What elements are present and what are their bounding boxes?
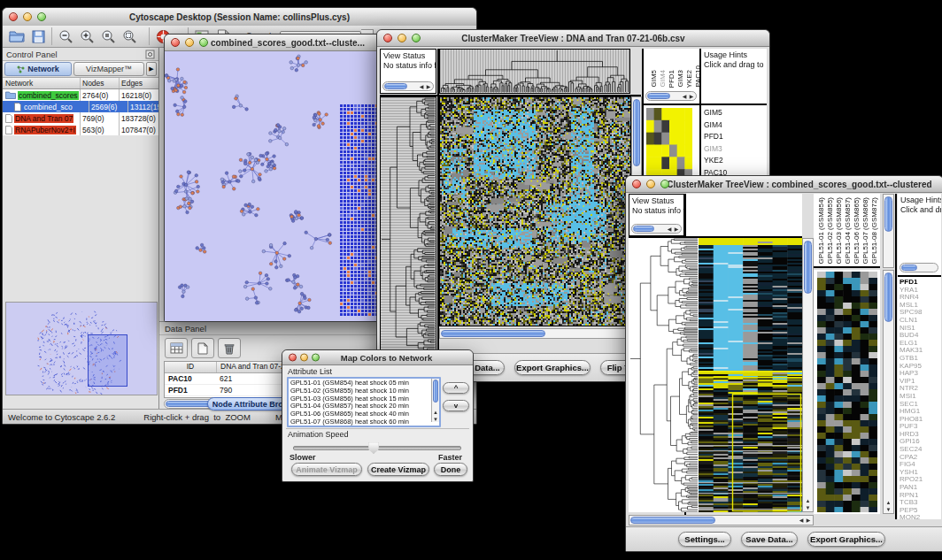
network-table-row[interactable]: combined_sco2569(6)13112(15): [3, 101, 158, 112]
tv2-column-label: GPL51-04 (GSM857): [844, 197, 852, 265]
create-vizmap-button[interactable]: Create Vizmap: [367, 463, 429, 476]
tv2-zoom-panel[interactable]: [814, 270, 880, 514]
tv2-zoom-heatmap[interactable]: [817, 272, 877, 512]
tv2-view-status-message: No status info f: [629, 206, 683, 216]
tab-vizmapper[interactable]: VizMapper™: [73, 62, 144, 76]
network-table-row[interactable]: DNA and Tran 07769(0)183728(0): [3, 112, 158, 124]
control-panel: Control Panel Network VizMapper™ ▶ Netwo…: [3, 48, 159, 410]
zoom-button[interactable]: [37, 12, 46, 21]
delete-attribute-icon[interactable]: [218, 338, 241, 358]
tv2-column-label: GPL51-08 (GSM872): [870, 197, 878, 265]
tv2-bottom-hscrollbar[interactable]: ◀▶: [629, 515, 814, 525]
zoom-button[interactable]: [660, 180, 669, 188]
tv1-gene-label[interactable]: GIM5: [701, 107, 727, 119]
attribute-listbox[interactable]: GPL51-01 (GSM854) heat shock 05 minGPL51…: [287, 377, 441, 427]
done-button[interactable]: Done: [434, 463, 467, 476]
map-colors-titlebar[interactable]: Map Colors to Network: [282, 350, 473, 365]
minimize-button[interactable]: [398, 34, 406, 42]
network-canvas[interactable]: [165, 51, 384, 321]
tv1-heatmap[interactable]: [439, 96, 631, 326]
minimize-button[interactable]: [300, 354, 308, 362]
window-controls[interactable]: [9, 12, 46, 21]
tv2-heatmap-vscrollbar[interactable]: ▲▼: [802, 238, 814, 512]
tv1-zoom-matrix[interactable]: [646, 108, 692, 181]
minimize-button[interactable]: [646, 180, 655, 188]
attribute-list-scrollbar[interactable]: ▲▼: [431, 379, 439, 422]
tv2-settings-button[interactable]: Settings...: [678, 532, 731, 547]
tab-overflow-icon[interactable]: ▶: [146, 62, 157, 76]
tv1-column-dendrogram[interactable]: [440, 50, 629, 93]
tv2-right-vscrollbar-top[interactable]: [883, 194, 894, 268]
tv1-gene-list[interactable]: GIM5GIM4PFD1GIM3YKE2PAC10: [701, 107, 727, 179]
tv1-heatmap-hscrollbar[interactable]: ◀▶: [439, 328, 642, 339]
tv1-row-dendrogram[interactable]: [381, 97, 436, 352]
treeview-dna-titlebar[interactable]: ClusterMaker TreeView : DNA and Tran 07-…: [377, 30, 769, 47]
close-button[interactable]: [9, 12, 18, 21]
animate-vizmap-button[interactable]: Animate Vizmap: [291, 463, 362, 476]
data-col-id[interactable]: ID: [165, 362, 217, 372]
slower-label: Slower: [290, 453, 316, 462]
tv2-heatmap[interactable]: [699, 238, 802, 512]
main-titlebar[interactable]: Cytoscape Desktop (Session Name: collins…: [3, 8, 476, 27]
tv2-row-dendrogram-panel[interactable]: [629, 238, 699, 512]
float-panel-icon[interactable]: [145, 50, 155, 59]
tv1-gene-label[interactable]: YKE2: [701, 155, 727, 167]
minimize-button[interactable]: [23, 12, 32, 21]
zoom-out-icon[interactable]: [55, 27, 76, 46]
new-attribute-icon[interactable]: [191, 338, 214, 358]
tv2-save-data-button[interactable]: Save Data...: [741, 532, 798, 547]
tv1-status-scrollbar[interactable]: ◀▶: [382, 81, 434, 91]
treeview-combined-window[interactable]: ClusterMaker TreeView : combined_scores_…: [625, 175, 942, 552]
tv1-export-graphics-button[interactable]: Export Graphics...: [514, 360, 591, 375]
tv1-gene-label[interactable]: GIM4: [701, 119, 727, 132]
tab-network[interactable]: Network: [4, 62, 72, 76]
zoom-fit-icon[interactable]: [119, 27, 140, 46]
tv2-export-graphics-button[interactable]: Export Graphics...: [807, 532, 885, 547]
attribute-select-icon[interactable]: [165, 338, 188, 358]
tv2-column-tree-panel[interactable]: [686, 194, 802, 236]
map-colors-dialog[interactable]: Map Colors to Network Attribute List GPL…: [282, 349, 474, 482]
network-name: combined_scores: [18, 91, 79, 100]
tv2-usage-hints-title: Usage Hints: [898, 194, 941, 205]
tv1-column-dendrogram-panel[interactable]: [439, 49, 630, 94]
move-up-button[interactable]: ^: [443, 382, 469, 394]
close-button[interactable]: [289, 354, 297, 362]
tv2-gene-label[interactable]: MON2: [900, 514, 923, 519]
tv1-gene-label[interactable]: GIM3: [701, 143, 727, 156]
zoom-selected-icon[interactable]: [97, 27, 119, 46]
birds-eye-view[interactable]: [5, 302, 158, 395]
tv2-column-label: GPL51-07 (GSM868): [861, 197, 869, 265]
tv1-row-dendrogram-panel[interactable]: [380, 96, 436, 353]
animation-speed-slider[interactable]: [293, 446, 461, 450]
tv1-labels-hscrollbar[interactable]: ◀▶: [645, 91, 697, 101]
attribute-list-item[interactable]: GPL51-07 (GSM868) heat shock 60 min: [289, 418, 430, 426]
tv1-column-label: GIM3: [676, 70, 684, 88]
tv2-usage-scrollbar[interactable]: [900, 263, 938, 272]
zoom-button[interactable]: [199, 38, 208, 47]
network-table-row[interactable]: RNAPuberNov2+I563(0)107847(0): [3, 124, 158, 135]
network-view-titlebar[interactable]: combined_scores_good.txt--cluste...: [165, 35, 386, 51]
tv2-right-vscrollbar[interactable]: ▲▼: [883, 270, 894, 514]
close-button[interactable]: [632, 180, 641, 188]
tv2-column-label: GPL51-03 (GSM856): [835, 197, 843, 265]
network-view-window[interactable]: combined_scores_good.txt--cluste...: [164, 34, 387, 322]
tv2-usage-hints-message: Click and drag to: [898, 205, 941, 215]
zoom-in-icon[interactable]: [76, 27, 97, 46]
tv2-status-scrollbar[interactable]: ◀▶: [631, 224, 682, 234]
minimize-button[interactable]: [185, 38, 194, 47]
zoom-button[interactable]: [412, 34, 421, 42]
save-icon[interactable]: [27, 27, 49, 46]
tv2-gene-list[interactable]: PFD1YRA1RNR4MSL1SPC98CLN1NIS1BUD4ELG1MAK…: [900, 279, 923, 519]
network-table-header[interactable]: Network Nodes Edges: [3, 78, 158, 89]
tv2-row-dendrogram[interactable]: [629, 238, 699, 512]
close-button[interactable]: [171, 38, 180, 47]
open-file-icon[interactable]: [6, 27, 27, 46]
treeview-combined-titlebar[interactable]: ClusterMaker TreeView : combined_scores_…: [626, 176, 942, 193]
tv1-gene-label[interactable]: PFD1: [701, 131, 727, 143]
slider-thumb[interactable]: [368, 442, 379, 454]
close-button[interactable]: [383, 34, 392, 42]
zoom-button[interactable]: [312, 354, 320, 362]
move-down-button[interactable]: v: [443, 400, 469, 411]
tv2-column-labels-panel: GPL51-01 (GSM854)GPL51-02 (GSM855)GPL51-…: [814, 194, 880, 268]
network-table-row[interactable]: combined_scores2764(0)16218(0): [3, 89, 158, 101]
